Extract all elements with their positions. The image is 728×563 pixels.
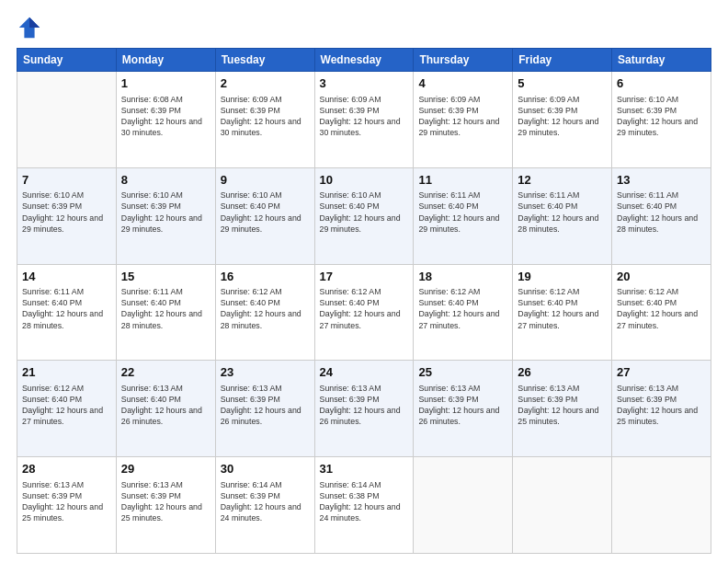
sunrise-label: Sunrise: 6:10 AM — [617, 95, 678, 104]
daylight-label: Daylight: 12 hours and 25 minutes. — [121, 502, 202, 523]
day-number: 2 — [221, 75, 310, 92]
sunrise-label: Sunrise: 6:09 AM — [418, 95, 480, 104]
calendar-cell: 10Sunrise: 6:10 AMSunset: 6:40 PMDayligh… — [314, 167, 414, 264]
calendar-week-row: 21Sunrise: 6:12 AMSunset: 6:40 PMDayligh… — [17, 361, 711, 457]
calendar-cell: 9Sunrise: 6:10 AMSunset: 6:40 PMDaylight… — [215, 167, 314, 264]
day-info: Sunrise: 6:13 AMSunset: 6:39 PMDaylight:… — [121, 479, 210, 524]
day-number: 20 — [617, 269, 706, 285]
sunset-label: Sunset: 6:40 PM — [22, 395, 82, 404]
day-info: Sunrise: 6:13 AMSunset: 6:39 PMDaylight:… — [320, 383, 409, 428]
day-info: Sunrise: 6:13 AMSunset: 6:39 PMDaylight:… — [22, 479, 111, 524]
calendar-cell: 14Sunrise: 6:11 AMSunset: 6:40 PMDayligh… — [17, 264, 117, 361]
sunrise-label: Sunrise: 6:11 AM — [518, 190, 579, 200]
sunrise-label: Sunrise: 6:08 AM — [121, 95, 183, 104]
sunset-label: Sunset: 6:39 PM — [320, 395, 380, 404]
calendar-cell: 30Sunrise: 6:14 AMSunset: 6:39 PMDayligh… — [215, 457, 314, 554]
sunset-label: Sunset: 6:40 PM — [518, 298, 577, 307]
calendar-cell — [17, 72, 117, 168]
day-info: Sunrise: 6:13 AMSunset: 6:40 PMDaylight:… — [121, 383, 210, 428]
sunset-label: Sunset: 6:39 PM — [518, 395, 577, 404]
day-number: 23 — [221, 364, 310, 381]
sunrise-label: Sunrise: 6:10 AM — [221, 190, 282, 200]
sunset-label: Sunset: 6:40 PM — [320, 201, 380, 211]
sunrise-label: Sunrise: 6:14 AM — [320, 480, 381, 489]
sunrise-label: Sunrise: 6:10 AM — [22, 190, 84, 200]
page: SundayMondayTuesdayWednesdayThursdayFrid… — [0, 0, 728, 563]
sunrise-label: Sunrise: 6:11 AM — [22, 287, 84, 296]
day-info: Sunrise: 6:09 AMSunset: 6:39 PMDaylight:… — [518, 94, 607, 139]
calendar-cell — [513, 457, 612, 554]
daylight-label: Daylight: 12 hours and 30 minutes. — [320, 117, 401, 137]
sunset-label: Sunset: 6:40 PM — [121, 395, 181, 404]
weekday-header-friday: Friday — [513, 49, 612, 72]
sunrise-label: Sunrise: 6:09 AM — [221, 95, 282, 104]
daylight-label: Daylight: 12 hours and 27 minutes. — [518, 309, 598, 329]
day-number: 3 — [320, 75, 409, 92]
sunset-label: Sunset: 6:39 PM — [320, 106, 380, 115]
sunset-label: Sunset: 6:39 PM — [121, 491, 181, 500]
daylight-label: Daylight: 12 hours and 28 minutes. — [121, 309, 202, 329]
day-info: Sunrise: 6:12 AMSunset: 6:40 PMDaylight:… — [518, 286, 607, 331]
daylight-label: Daylight: 12 hours and 28 minutes. — [617, 213, 698, 234]
day-info: Sunrise: 6:10 AMSunset: 6:39 PMDaylight:… — [121, 190, 210, 235]
day-info: Sunrise: 6:14 AMSunset: 6:39 PMDaylight:… — [221, 479, 310, 524]
sunrise-label: Sunrise: 6:13 AM — [418, 384, 480, 393]
weekday-header-thursday: Thursday — [414, 49, 513, 72]
calendar-cell: 4Sunrise: 6:09 AMSunset: 6:39 PMDaylight… — [414, 72, 513, 168]
day-info: Sunrise: 6:11 AMSunset: 6:40 PMDaylight:… — [617, 190, 706, 235]
day-info: Sunrise: 6:11 AMSunset: 6:40 PMDaylight:… — [121, 286, 210, 331]
day-info: Sunrise: 6:14 AMSunset: 6:38 PMDaylight:… — [320, 479, 409, 524]
sunset-label: Sunset: 6:39 PM — [418, 395, 478, 404]
sunrise-label: Sunrise: 6:10 AM — [121, 190, 183, 200]
calendar-cell: 3Sunrise: 6:09 AMSunset: 6:39 PMDaylight… — [314, 72, 414, 168]
sunrise-label: Sunrise: 6:12 AM — [617, 287, 678, 296]
calendar-cell: 5Sunrise: 6:09 AMSunset: 6:39 PMDaylight… — [513, 72, 612, 168]
daylight-label: Daylight: 12 hours and 29 minutes. — [617, 117, 698, 137]
sunset-label: Sunset: 6:39 PM — [221, 491, 280, 500]
day-number: 4 — [418, 75, 507, 92]
day-info: Sunrise: 6:13 AMSunset: 6:39 PMDaylight:… — [221, 383, 310, 428]
day-info: Sunrise: 6:10 AMSunset: 6:39 PMDaylight:… — [617, 94, 706, 139]
calendar-cell — [414, 457, 513, 554]
daylight-label: Daylight: 12 hours and 24 minutes. — [221, 502, 301, 523]
sunrise-label: Sunrise: 6:10 AM — [320, 190, 381, 200]
day-number: 7 — [22, 172, 111, 189]
daylight-label: Daylight: 12 hours and 24 minutes. — [320, 502, 401, 523]
daylight-label: Daylight: 12 hours and 26 minutes. — [320, 406, 401, 426]
calendar-cell: 12Sunrise: 6:11 AMSunset: 6:40 PMDayligh… — [513, 167, 612, 264]
day-info: Sunrise: 6:12 AMSunset: 6:40 PMDaylight:… — [22, 383, 111, 428]
calendar-cell: 11Sunrise: 6:11 AMSunset: 6:40 PMDayligh… — [414, 167, 513, 264]
daylight-label: Daylight: 12 hours and 30 minutes. — [221, 117, 301, 137]
calendar-week-row: 28Sunrise: 6:13 AMSunset: 6:39 PMDayligh… — [17, 457, 711, 554]
sunset-label: Sunset: 6:39 PM — [418, 106, 478, 115]
calendar-cell: 31Sunrise: 6:14 AMSunset: 6:38 PMDayligh… — [314, 457, 414, 554]
day-number: 14 — [22, 269, 111, 285]
calendar-cell: 28Sunrise: 6:13 AMSunset: 6:39 PMDayligh… — [17, 457, 117, 554]
calendar-cell: 1Sunrise: 6:08 AMSunset: 6:39 PMDaylight… — [116, 72, 215, 168]
calendar-cell: 13Sunrise: 6:11 AMSunset: 6:40 PMDayligh… — [612, 167, 711, 264]
sunrise-label: Sunrise: 6:12 AM — [221, 287, 282, 296]
calendar-cell: 6Sunrise: 6:10 AMSunset: 6:39 PMDaylight… — [612, 72, 711, 168]
daylight-label: Daylight: 12 hours and 27 minutes. — [617, 309, 698, 329]
sunset-label: Sunset: 6:39 PM — [518, 106, 577, 115]
day-number: 27 — [617, 364, 706, 381]
calendar-table: SundayMondayTuesdayWednesdayThursdayFrid… — [17, 48, 711, 554]
daylight-label: Daylight: 12 hours and 25 minutes. — [617, 406, 698, 426]
day-number: 6 — [617, 75, 706, 92]
svg-marker-1 — [29, 17, 40, 28]
day-number: 16 — [221, 269, 310, 285]
day-number: 15 — [121, 269, 210, 285]
daylight-label: Daylight: 12 hours and 29 minutes. — [121, 213, 202, 234]
sunrise-label: Sunrise: 6:12 AM — [418, 287, 480, 296]
calendar-cell — [612, 457, 711, 554]
day-number: 11 — [418, 172, 507, 189]
sunset-label: Sunset: 6:40 PM — [22, 298, 82, 307]
day-info: Sunrise: 6:13 AMSunset: 6:39 PMDaylight:… — [518, 383, 607, 428]
sunset-label: Sunset: 6:39 PM — [617, 106, 677, 115]
calendar-cell: 26Sunrise: 6:13 AMSunset: 6:39 PMDayligh… — [513, 361, 612, 457]
weekday-header-monday: Monday — [116, 49, 215, 72]
sunset-label: Sunset: 6:39 PM — [22, 201, 82, 211]
calendar-cell: 27Sunrise: 6:13 AMSunset: 6:39 PMDayligh… — [612, 361, 711, 457]
sunrise-label: Sunrise: 6:13 AM — [518, 384, 579, 393]
day-number: 17 — [320, 269, 409, 285]
